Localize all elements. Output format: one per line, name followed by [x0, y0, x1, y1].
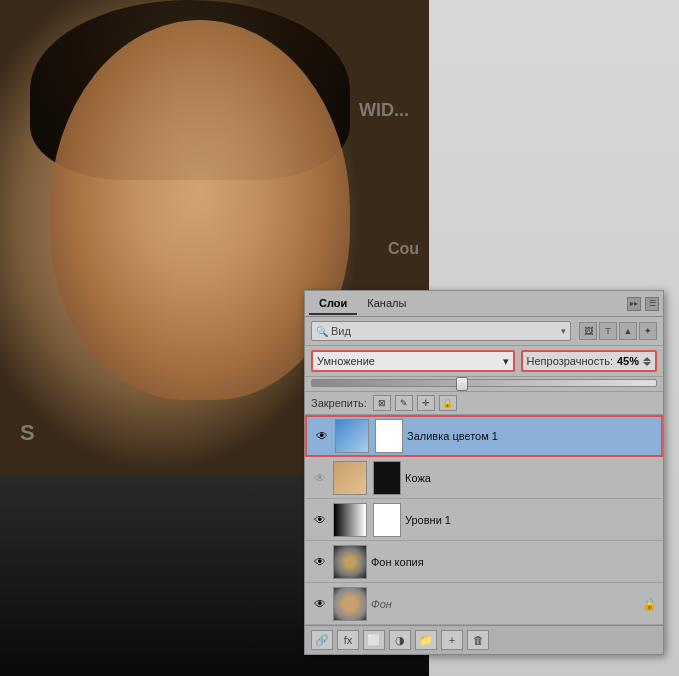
search-dropdown-icon: ▾: [561, 326, 566, 336]
lock-all-btn[interactable]: 🔒: [439, 395, 457, 411]
filter-text-icon[interactable]: T: [599, 322, 617, 340]
lock-transparent-btn[interactable]: ⊠: [373, 395, 391, 411]
lock-row: Закрепить: ⊠ ✎ ✛ 🔒: [305, 392, 663, 415]
layer-visibility-icon[interactable]: 👁: [311, 553, 329, 571]
opacity-slider-track[interactable]: [311, 379, 657, 387]
panel-expand-icon[interactable]: ▸▸: [627, 297, 641, 311]
layer-row[interactable]: 👁 Фон 🔒: [305, 583, 663, 625]
layer-thumbnail: [335, 419, 369, 453]
opacity-down-arrow[interactable]: [643, 362, 651, 366]
panel-menu-icon[interactable]: ☰: [645, 297, 659, 311]
layer-mask-thumbnail: [375, 419, 403, 453]
blend-mode-arrow: ▾: [503, 355, 509, 368]
layer-lock-icon: 🔒: [642, 597, 657, 611]
layer-visibility-icon[interactable]: 👁: [311, 595, 329, 613]
link-layers-icon[interactable]: 🔗: [311, 630, 333, 650]
layer-visibility-icon[interactable]: 👁: [313, 427, 331, 445]
add-layer-icon[interactable]: +: [441, 630, 463, 650]
opacity-slider-thumb[interactable]: [456, 377, 468, 391]
filter-kind-icon[interactable]: 🖼: [579, 322, 597, 340]
layer-thumbnail: [333, 545, 367, 579]
layer-thumbnail: [333, 461, 367, 495]
panel-search-row: 🔍 Вид ▾ 🖼 T ▲ ✦: [305, 317, 663, 346]
lock-position-btn[interactable]: ✛: [417, 395, 435, 411]
search-text: Вид: [331, 325, 561, 337]
layer-thumbnail: [333, 503, 367, 537]
opacity-slider-row: [305, 377, 663, 392]
blend-mode-select[interactable]: Умножение ▾: [311, 350, 515, 372]
panel-controls-right: ▸▸ ☰: [627, 297, 659, 311]
opacity-label: Непрозрачность:: [527, 355, 613, 367]
photo-text-top: WID...: [359, 100, 409, 121]
layer-visibility-icon[interactable]: 👁: [311, 469, 329, 487]
panel-tabs-bar: Слои Каналы ▸▸ ☰: [305, 291, 663, 317]
lock-image-btn[interactable]: ✎: [395, 395, 413, 411]
add-mask-icon[interactable]: ⬜: [363, 630, 385, 650]
panel-bottom-bar: 🔗 fx ⬜ ◑ 📁 + 🗑: [305, 625, 663, 654]
layer-row[interactable]: 👁 Уровни 1: [305, 499, 663, 541]
lock-controls: ⊠ ✎ ✛ 🔒: [373, 395, 457, 411]
layer-name: Кожа: [405, 472, 657, 484]
panel-icon-group: 🖼 T ▲ ✦: [579, 322, 657, 340]
layer-thumb-preview: [334, 546, 366, 578]
tab-channels[interactable]: Каналы: [357, 293, 416, 315]
blend-mode-value: Умножение: [317, 355, 375, 367]
opacity-spinner[interactable]: [643, 357, 651, 366]
add-group-icon[interactable]: 📁: [415, 630, 437, 650]
blend-opacity-row: Умножение ▾ Непрозрачность: 45%: [305, 346, 663, 377]
opacity-up-arrow[interactable]: [643, 357, 651, 361]
layer-thumbnail: [333, 587, 367, 621]
layer-thumb-preview: [336, 420, 368, 452]
layer-thumb-preview: [334, 588, 366, 620]
layer-name: Фон: [371, 598, 638, 610]
lock-label: Закрепить:: [311, 397, 367, 409]
search-icon: 🔍: [316, 326, 328, 337]
add-style-icon[interactable]: fx: [337, 630, 359, 650]
tab-layers[interactable]: Слои: [309, 293, 357, 315]
search-box[interactable]: 🔍 Вид ▾: [311, 321, 571, 341]
filter-shape-icon[interactable]: ▲: [619, 322, 637, 340]
photo-text-left: S: [20, 420, 35, 446]
photo-text-mid: Cou: [388, 240, 419, 258]
layers-panel: Слои Каналы ▸▸ ☰ 🔍 Вид ▾ 🖼 T ▲ ✦ Умножен…: [304, 290, 664, 655]
opacity-group: Непрозрачность: 45%: [521, 350, 657, 372]
layer-name: Заливка цветом 1: [407, 430, 655, 442]
layer-row[interactable]: 👁 Кожа: [305, 457, 663, 499]
layers-list: 👁 Заливка цветом 1 👁 Кожа 👁 Уровни 1: [305, 415, 663, 625]
layer-row[interactable]: 👁 Заливка цветом 1: [305, 415, 663, 457]
layer-mask-thumbnail: [373, 503, 401, 537]
add-adjustment-icon[interactable]: ◑: [389, 630, 411, 650]
filter-smart-icon[interactable]: ✦: [639, 322, 657, 340]
layer-mask-thumbnail: [373, 461, 401, 495]
layer-visibility-icon[interactable]: 👁: [311, 511, 329, 529]
delete-layer-icon[interactable]: 🗑: [467, 630, 489, 650]
opacity-value[interactable]: 45%: [617, 355, 639, 367]
layer-thumb-preview: [334, 462, 366, 494]
layer-name: Уровни 1: [405, 514, 657, 526]
layer-name: Фон копия: [371, 556, 657, 568]
layer-row[interactable]: 👁 Фон копия: [305, 541, 663, 583]
